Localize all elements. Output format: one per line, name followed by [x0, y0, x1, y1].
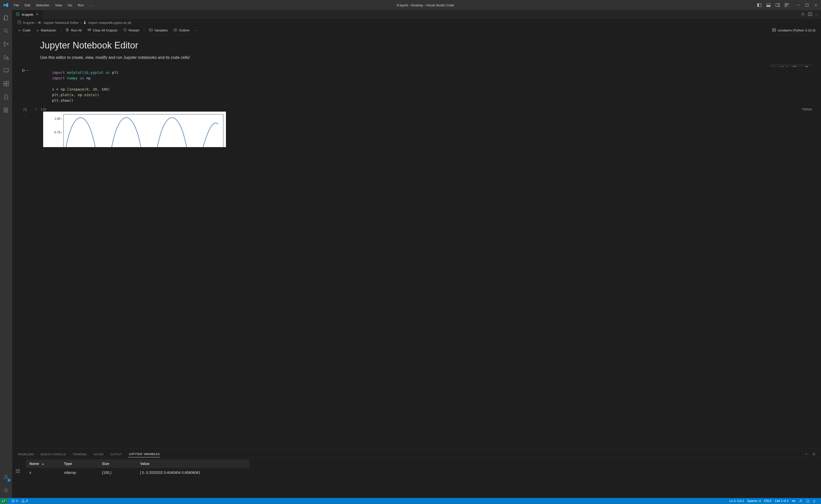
variables-button[interactable]: x Variables	[147, 27, 170, 34]
panel-tab-terminal[interactable]: TERMINAL	[72, 451, 88, 457]
status-prettier-icon[interactable]: {}	[811, 499, 818, 503]
variables-icon: x	[149, 28, 153, 33]
panel-tab-output[interactable]: OUTPUT	[110, 451, 123, 457]
status-copilot-icon[interactable]	[790, 499, 797, 503]
menu-overflow[interactable]: ···	[87, 2, 95, 9]
close-button[interactable]	[812, 2, 819, 8]
status-eol[interactable]: CRLF	[762, 499, 773, 503]
menu-selection[interactable]: Selection	[33, 2, 52, 9]
panel-tab-azure[interactable]: AZURE	[93, 451, 104, 457]
run-cell-button[interactable]	[22, 68, 29, 73]
breadcrumb-markdown-icon: M↓	[38, 21, 42, 24]
maximize-button[interactable]	[804, 2, 810, 8]
tab-close-icon[interactable]	[35, 12, 39, 17]
settings-gear-icon[interactable]	[0, 485, 12, 496]
menu-file[interactable]: File	[11, 2, 22, 9]
svg-point-58	[174, 31, 174, 31]
accounts-icon[interactable]: 1	[0, 472, 12, 483]
cell-status-bar: [1] ✓ 1.0s Python	[12, 106, 821, 112]
output-more-icon[interactable]: ···	[24, 113, 27, 147]
panel-tabs: PROBLEMS DEBUG CONSOLE TERMINAL AZURE OU…	[12, 449, 821, 458]
explorer-icon[interactable]	[0, 12, 12, 23]
svg-rect-1	[758, 4, 759, 7]
svg-rect-8	[785, 5, 787, 7]
col-value-header[interactable]: Value	[140, 462, 249, 466]
minimize-button[interactable]	[795, 2, 802, 8]
vscode-logo-icon	[4, 3, 9, 8]
y-tick-label: 1.00	[54, 117, 60, 120]
col-type-header[interactable]: Type	[64, 462, 102, 466]
outline-label: Outline	[179, 28, 189, 32]
cell-language-label[interactable]: Python	[802, 108, 817, 111]
toggle-primary-sidebar-icon[interactable]	[756, 2, 763, 8]
breadcrumb-file[interactable]: hi.ipynb	[23, 21, 34, 25]
panel-tab-debug-console[interactable]: DEBUG CONSOLE	[40, 451, 66, 457]
svg-point-79	[793, 501, 793, 501]
execution-count: [1]	[19, 108, 31, 111]
toggle-panel-icon[interactable]	[765, 2, 772, 8]
status-notifications-icon[interactable]	[804, 499, 811, 503]
col-name-header[interactable]: Name ▲	[26, 462, 64, 466]
run-all-button[interactable]: Run All	[63, 27, 83, 34]
menu-edit[interactable]: Edit	[22, 2, 33, 9]
breadcrumb-section[interactable]: Jupyter Notebook Editor	[43, 21, 79, 25]
status-line-col[interactable]: Ln 3, Col 1	[728, 499, 746, 503]
remote-explorer-icon[interactable]	[0, 65, 12, 76]
restart-kernel-button[interactable]: Restart	[121, 27, 141, 34]
status-spaces[interactable]: Spaces: 4	[746, 499, 762, 503]
svg-point-32	[5, 475, 7, 477]
editor-split-icon[interactable]	[808, 12, 812, 17]
menu-view[interactable]: View	[53, 2, 65, 9]
svg-point-61	[773, 29, 774, 29]
breadcrumbs[interactable]: hi.ipynb › M↓ Jupyter Notebook Editor › …	[12, 19, 821, 26]
status-feedback-icon[interactable]	[797, 499, 804, 503]
chevron-right-icon: ›	[80, 21, 81, 25]
window-title: hi.ipynb - Desktop - Visual Studio Code	[95, 3, 756, 7]
var-value: [ 0. 0.2020202 0.4040404 0.60606061	[140, 471, 249, 475]
toggle-secondary-sidebar-icon[interactable]	[774, 2, 781, 8]
menu-go[interactable]: Go	[65, 2, 75, 9]
add-markdown-cell-button[interactable]: ＋ Markdown	[34, 27, 58, 34]
svg-point-14	[4, 29, 7, 32]
add-code-cell-button[interactable]: ＋ Code	[16, 27, 32, 34]
run-debug-icon[interactable]	[0, 52, 12, 63]
customize-layout-icon[interactable]	[783, 2, 790, 8]
status-cell[interactable]: Cell 2 of 2	[773, 499, 790, 503]
editor-settings-icon[interactable]	[801, 12, 805, 17]
remote-indicator[interactable]	[0, 498, 8, 504]
source-control-icon[interactable]	[0, 39, 12, 50]
panel-tab-jupyter-variables[interactable]: JUPYTER: VARIABLES	[128, 451, 160, 457]
extensions-icon[interactable]	[0, 78, 12, 89]
toolbar-more-button[interactable]: ···	[193, 27, 200, 33]
panel-maximize-icon[interactable]	[804, 452, 808, 457]
open-data-viewer-icon[interactable]	[16, 459, 26, 496]
menu-run[interactable]: Run	[75, 2, 86, 9]
svg-point-19	[7, 58, 9, 60]
panel-close-icon[interactable]	[812, 452, 816, 457]
svg-point-40	[802, 14, 803, 15]
separator	[144, 28, 144, 33]
status-errors[interactable]: 0	[10, 499, 20, 503]
variable-row[interactable]: x ndarray (100,) [ 0. 0.2020202 0.404040…	[26, 468, 249, 477]
svg-rect-7	[787, 3, 789, 5]
breadcrumb-cell[interactable]: import matplotlib.pyplot as plt	[88, 21, 131, 25]
kernel-label: condaenv (Python 3.10.4)	[778, 28, 815, 32]
code-editor[interactable]: import matplotlib.pyplot as plt import n…	[31, 69, 821, 104]
var-name: x	[26, 471, 64, 475]
testing-icon[interactable]	[0, 91, 12, 102]
status-warnings[interactable]: 0	[20, 499, 29, 503]
chevron-down-icon[interactable]	[26, 69, 29, 72]
search-icon[interactable]	[0, 25, 12, 37]
kernel-picker-button[interactable]: condaenv (Python 3.10.4)	[770, 27, 817, 34]
tab-hi-ipynb[interactable]: hi.ipynb	[12, 10, 43, 19]
col-size-header[interactable]: Size	[102, 462, 140, 466]
plus-icon: ＋	[36, 28, 39, 33]
jupyter-icon[interactable]	[0, 105, 12, 116]
server-icon	[772, 28, 776, 33]
outline-button[interactable]: Outline	[171, 27, 191, 34]
clear-outputs-button[interactable]: Clear All Outputs	[85, 27, 119, 34]
code-cell[interactable]: import matplotlib.pyplot as plt import n…	[12, 67, 821, 106]
panel-tab-problems[interactable]: PROBLEMS	[17, 451, 34, 457]
svg-point-56	[174, 29, 174, 29]
editor-more-icon[interactable]: ···	[815, 13, 818, 16]
